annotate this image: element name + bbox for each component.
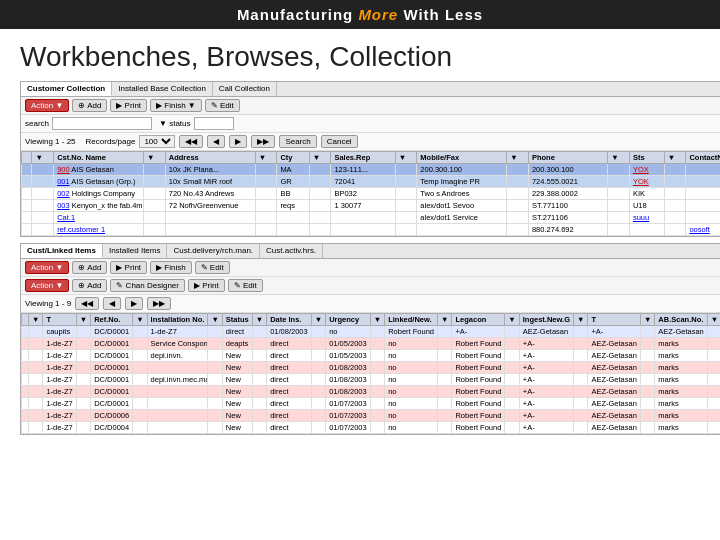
cell-s7 <box>608 200 630 212</box>
table-row[interactable]: 001 AIS Getasan (Grp.) 10x Small MiR roo… <box>22 176 721 188</box>
col2-urgency[interactable]: Urgency <box>326 314 371 326</box>
col-salesrep[interactable]: Sales.Rep <box>331 152 395 164</box>
panel1-action-btn[interactable]: Action ▼ <box>25 99 69 112</box>
col2-refno[interactable]: Ref.No. <box>91 314 133 326</box>
col-sts[interactable]: Sts <box>629 152 664 164</box>
cell-phone: 200.300.100 <box>528 164 607 176</box>
col-cst-no[interactable]: Cst.No. Name <box>54 152 144 164</box>
col2-t2[interactable]: T <box>588 314 640 326</box>
col2-date[interactable]: Date Ins. <box>267 314 312 326</box>
col2-sort9[interactable]: ▼ <box>505 314 519 326</box>
col2-sort7[interactable]: ▼ <box>370 314 384 326</box>
table-row[interactable]: Cat.1 alex/dot1 Service ST.271106 suuu <box>22 212 721 224</box>
table-row[interactable]: caupits DC/D0001 1-de-Z7 direct 01/08/20… <box>22 326 721 338</box>
panel2-nav-first[interactable]: ◀◀ <box>75 297 99 310</box>
table-row[interactable]: 1-de-Z7DC/D0006Newdirect01/07/2003noRobe… <box>22 410 721 422</box>
panel1-nav-first[interactable]: ◀◀ <box>179 135 203 148</box>
panel1-search-input[interactable] <box>52 117 152 130</box>
table-row[interactable]: 1-de-Z7DC/D0001Newdirect01/08/2003noRobe… <box>22 362 721 374</box>
table-row[interactable]: 1-de-Z7DC/D0001Newdirect01/07/2003noRobe… <box>22 398 721 410</box>
col2-t[interactable]: T <box>43 314 76 326</box>
table-row[interactable]: 1-de-Z7DC/D0001depl.invn.mec.manuNewdire… <box>22 374 721 386</box>
col2-sort1[interactable]: ▼ <box>29 314 43 326</box>
panel2-print-btn[interactable]: ▶ Print <box>110 261 147 274</box>
col2-sort8[interactable]: ▼ <box>438 314 452 326</box>
col2-sort4[interactable]: ▼ <box>208 314 222 326</box>
col2-sort10[interactable]: ▼ <box>574 314 588 326</box>
tab-cust-activ[interactable]: Cust.activ.hrs. <box>260 244 323 258</box>
table-row[interactable]: 900 AIS Getasan 10x JK Plana... MA 123-1… <box>22 164 721 176</box>
col2-ingest[interactable]: Ingest.New.G <box>519 314 573 326</box>
col-mobile[interactable]: Mobile/Fax <box>417 152 507 164</box>
panel1-cancel-btn[interactable]: Cancel <box>321 135 358 148</box>
col-sort3[interactable]: ▼ <box>255 152 277 164</box>
table-row[interactable]: 1-de-Z7 DC/D0001 Service Consponst deapt… <box>22 338 721 350</box>
col2-sort11[interactable]: ▼ <box>640 314 654 326</box>
panel2-add-btn[interactable]: ⊕ Add <box>72 261 107 274</box>
tab-cust-delivery[interactable]: Cust.delivery/rch.man. <box>167 244 260 258</box>
panel2-edit-btn[interactable]: ✎ Edit <box>195 261 230 274</box>
panel2-nav-prev[interactable]: ◀ <box>103 297 121 310</box>
table-row[interactable]: 1-de-Z7DC/D0001Newdirect01/08/2003noRobe… <box>22 386 721 398</box>
col2-abscan[interactable]: AB.Scan.No. <box>655 314 707 326</box>
table-row[interactable]: 002 Holdings Company 720 No.43 Andrews B… <box>22 188 721 200</box>
panel1-finish-btn[interactable]: ▶ Finish ▼ <box>150 99 202 112</box>
col-sort8[interactable]: ▼ <box>664 152 686 164</box>
cell-cb <box>22 200 32 212</box>
panel1-nav-next[interactable]: ▶ <box>229 135 247 148</box>
col2-sort6[interactable]: ▼ <box>311 314 325 326</box>
col-sort1[interactable]: ▼ <box>32 152 54 164</box>
cell-contact: oosoft <box>686 224 720 236</box>
panel2-nav-last[interactable]: ▶▶ <box>147 297 171 310</box>
panel1-add-btn[interactable]: ⊕ Add <box>72 99 107 112</box>
table-row[interactable]: ref.customer 1 880.274.692 <box>22 224 721 236</box>
col-sort6[interactable]: ▼ <box>507 152 529 164</box>
cell-s8 <box>664 176 686 188</box>
panel2-finish-btn[interactable]: ▶ Finish <box>150 261 192 274</box>
panel1-print-btn[interactable]: ▶ Print <box>110 99 147 112</box>
panel1-nav-last[interactable]: ▶▶ <box>251 135 275 148</box>
panel1-records-select[interactable]: 1005025 <box>139 135 175 148</box>
panel2-nav-next[interactable]: ▶ <box>125 297 143 310</box>
cell2-s6 <box>311 326 325 338</box>
col2-legacon[interactable]: Legacon <box>452 314 505 326</box>
panel1-edit-btn[interactable]: ✎ Edit <box>205 99 240 112</box>
panel1-search-btn[interactable]: Search <box>279 135 316 148</box>
table-row[interactable]: 1-de-Z7DC/D0004Newdirect01/07/2003noRobe… <box>22 422 721 434</box>
col-sort4[interactable]: ▼ <box>309 152 331 164</box>
panel2-print-btn2[interactable]: ▶ Print <box>188 279 225 292</box>
col2-sort5[interactable]: ▼ <box>252 314 266 326</box>
cell-addr: 10x JK Plana... <box>165 164 255 176</box>
panel2-action-btn[interactable]: Action ▼ <box>25 261 69 274</box>
panel2-chan-designer-btn[interactable]: ✎ Chan Designer <box>110 279 185 292</box>
col2-installation[interactable]: Installation No. <box>147 314 208 326</box>
col-sort5[interactable]: ▼ <box>395 152 417 164</box>
tab-installed-items[interactable]: Installed Items <box>103 244 168 258</box>
col2-sort2[interactable]: ▼ <box>76 314 90 326</box>
col-sort7[interactable]: ▼ <box>608 152 630 164</box>
panel1-nav-prev[interactable]: ◀ <box>207 135 225 148</box>
tab-customer-collection[interactable]: Customer Collection <box>21 82 112 96</box>
col-contact[interactable]: ContactNo. <box>686 152 720 164</box>
col2-sort3[interactable]: ▼ <box>133 314 147 326</box>
panel2-add-btn2[interactable]: ⊕ Add <box>72 279 107 292</box>
tab-call-collection[interactable]: Call Collection <box>213 82 277 96</box>
cell-s4 <box>309 164 331 176</box>
col-address[interactable]: Address <box>165 152 255 164</box>
cell-name: 900 AIS Getasan <box>54 164 144 176</box>
col-sort2[interactable]: ▼ <box>144 152 166 164</box>
table-row[interactable]: 1-de-Z7DC/D0001depl.invn.Newdirect01/05/… <box>22 350 721 362</box>
panel2-action-btn2[interactable]: Action ▼ <box>25 279 69 292</box>
table-row[interactable]: 003 Kenyon_x the fab.4m 72 Nofh/Greenven… <box>22 200 721 212</box>
cell2-s2 <box>76 338 90 350</box>
panel1-records-label: Records/page <box>86 137 136 146</box>
col2-status[interactable]: Status <box>222 314 252 326</box>
tab-cust-linked[interactable]: Cust/Linked Items <box>21 244 103 258</box>
col-phone[interactable]: Phone <box>528 152 607 164</box>
panel2-edit-btn2[interactable]: ✎ Edit <box>228 279 263 292</box>
col2-linked[interactable]: Linked/New. <box>385 314 438 326</box>
col2-sort12[interactable]: ▼ <box>707 314 720 326</box>
col-cty[interactable]: Cty <box>277 152 309 164</box>
panel1-status-input[interactable] <box>194 117 234 130</box>
tab-installed-base-collection[interactable]: Installed Base Collection <box>112 82 213 96</box>
